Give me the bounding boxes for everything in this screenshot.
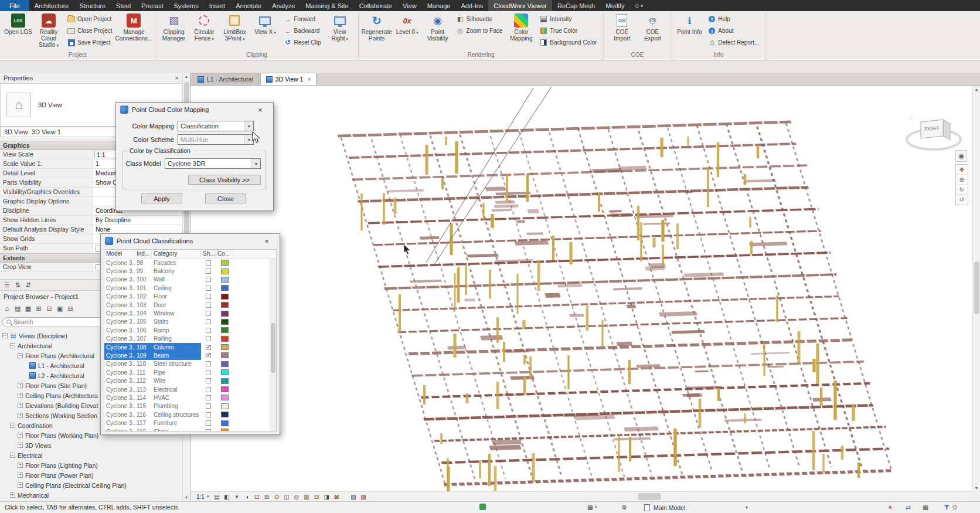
color-swatch[interactable]: [221, 311, 229, 317]
collapse-icon[interactable]: [2, 333, 8, 338]
color-swatch[interactable]: [221, 420, 229, 426]
color-swatch[interactable]: [221, 395, 229, 400]
show-checkbox[interactable]: [206, 277, 211, 282]
menu-tab-steel[interactable]: Steel: [111, 0, 136, 11]
close-dialog-icon[interactable]: ×: [258, 235, 275, 247]
classification-row[interactable]: Cyclone 3...106Ramp: [104, 326, 276, 334]
show-checkbox[interactable]: [206, 294, 211, 299]
analytical-model-icon[interactable]: ◨: [322, 492, 331, 501]
menu-tab-view[interactable]: View: [397, 0, 422, 11]
menu-tab-cloudworx-viewer[interactable]: CloudWorx Viewer: [488, 0, 552, 11]
about-button[interactable]: About: [706, 25, 761, 36]
dialog-title-bar[interactable]: Point Cloud Color Mapping ×: [116, 103, 273, 117]
color-mapping-select[interactable]: Classification▼: [178, 121, 254, 131]
classification-row[interactable]: Cyclone 3...105Stairs: [104, 318, 276, 326]
expand-icon[interactable]: [18, 443, 23, 448]
detail-level-icon[interactable]: ▤: [212, 492, 221, 501]
show-crop-region-icon[interactable]: ⊞: [262, 492, 271, 501]
orbit-icon[interactable]: ↻: [956, 185, 968, 195]
show-checkbox[interactable]: [206, 345, 211, 350]
list-view-icon[interactable]: ☰: [2, 280, 12, 290]
view-cube[interactable]: RIGHT ⌂: [904, 114, 963, 159]
constraints-icon[interactable]: ⊠: [332, 492, 341, 501]
true-color-button[interactable]: True Color: [537, 25, 599, 36]
tree-item-ceiling-plans-electrical[interactable]: Ceiling Plans (Electrical Ceiling Plan): [0, 480, 182, 490]
worksharing-display-icon[interactable]: ▥: [302, 492, 311, 501]
menu-tab-systems[interactable]: Systems: [168, 0, 203, 11]
ribbon-options-icon[interactable]: ⊙ ▾: [630, 0, 648, 11]
column-header-color[interactable]: Co...: [216, 250, 233, 258]
color-swatch[interactable]: [221, 378, 229, 384]
rewind-icon[interactable]: ↺: [956, 195, 968, 205]
points-toggle-icon[interactable]: ▨: [359, 492, 368, 501]
show-checkbox[interactable]: [206, 403, 211, 409]
menu-tab-recap-mesh[interactable]: ReCap Mesh: [552, 0, 600, 11]
selection-filter-icon[interactable]: :0: [944, 504, 957, 511]
classification-row[interactable]: Cyclone 3...115Plumbing: [104, 402, 276, 410]
expand-icon[interactable]: [10, 492, 15, 498]
menu-tab-structure[interactable]: Structure: [74, 0, 111, 11]
menu-tab-architecture[interactable]: Architecture: [29, 0, 74, 11]
tab-3d-view-1[interactable]: 3D View 1×: [260, 73, 317, 85]
color-mapping-button[interactable]: Color Mapping: [506, 12, 536, 51]
home-icon[interactable]: ⌂: [2, 304, 12, 313]
scroll-up-icon[interactable]: ▲: [973, 86, 980, 93]
save-project-button[interactable]: Save Project: [65, 37, 114, 48]
show-checkbox[interactable]: [206, 328, 211, 333]
tree-item-floor-plans-lighting[interactable]: Floor Plans (Lighting Plan): [0, 460, 182, 470]
scrollbar-thumb[interactable]: [974, 261, 979, 314]
menu-tab-massing-site[interactable]: Massing & Site: [300, 0, 353, 11]
classification-row[interactable]: Cyclone 3...116Ceiling structures: [104, 410, 276, 419]
coe-import-button[interactable]: COE Import: [607, 12, 637, 51]
coe-export-button[interactable]: COE Export: [637, 12, 668, 51]
color-swatch[interactable]: [221, 369, 229, 375]
regenerate-points-button[interactable]: Regenerate Points: [362, 12, 392, 51]
collapse-icon[interactable]: [10, 453, 15, 458]
classification-row[interactable]: Cyclone 3...107Railing: [104, 335, 276, 343]
expand-icon[interactable]: [18, 393, 23, 398]
color-swatch[interactable]: [221, 336, 229, 342]
menu-tab-annotate[interactable]: Annotate: [230, 0, 267, 11]
classification-row[interactable]: Cyclone 3...100Wall: [104, 276, 276, 284]
classification-row[interactable]: Cyclone 3...103Door: [104, 301, 276, 309]
color-swatch[interactable]: [221, 319, 229, 325]
show-checkbox[interactable]: [206, 412, 211, 417]
show-checkbox[interactable]: [206, 361, 211, 366]
close-properties-icon[interactable]: ×: [175, 74, 179, 81]
limitbox-3point-button[interactable]: LimitBox 3Point▾: [219, 12, 250, 51]
expand-icon[interactable]: [18, 473, 23, 478]
color-swatch[interactable]: [221, 277, 229, 283]
show-checkbox[interactable]: [206, 387, 211, 392]
classification-row[interactable]: Cyclone 3...112Wire: [104, 376, 276, 385]
forward-button[interactable]: Forward: [281, 13, 323, 25]
show-checkbox[interactable]: [206, 319, 211, 324]
scroll-down-icon[interactable]: ▼: [973, 484, 980, 491]
3d-viewport[interactable]: RIGHT ⌂ ◉ ✥ ⊕ ↻ ↺: [190, 86, 972, 491]
close-dialog-icon[interactable]: ×: [251, 104, 269, 115]
color-swatch[interactable]: [221, 294, 229, 300]
color-swatch[interactable]: [221, 412, 229, 417]
table-scrollbar[interactable]: [270, 259, 276, 431]
collapse-icon[interactable]: [18, 353, 23, 358]
close-tab-icon[interactable]: ×: [307, 76, 311, 83]
column-header-model[interactable]: Model: [104, 250, 135, 258]
point-visibility-button[interactable]: Point Visibility: [423, 12, 453, 51]
expand-icon[interactable]: [18, 383, 23, 388]
menu-tab-addins[interactable]: Add-Ins: [455, 0, 488, 11]
temporary-view-properties-icon[interactable]: ⊟: [312, 492, 321, 501]
show-checkbox[interactable]: [206, 269, 211, 274]
classification-row-selected[interactable]: Cyclone 3...108Column: [104, 343, 276, 351]
color-swatch[interactable]: [221, 386, 229, 392]
level-0-button[interactable]: Level 0▾: [392, 12, 423, 51]
classification-row[interactable]: Cyclone 3...98Facades: [104, 259, 276, 267]
reality-cloud-studio-button[interactable]: Reality Cloud Studio▾: [33, 12, 64, 51]
collapse-icon[interactable]: [10, 343, 15, 348]
color-scheme-select[interactable]: Multi-Hue▼: [178, 134, 254, 145]
scroll-down-icon[interactable]: ▼: [183, 494, 190, 501]
isolate-points-icon[interactable]: ▧: [349, 492, 358, 501]
classification-row[interactable]: Cyclone 3...118Chair: [104, 427, 276, 432]
color-swatch[interactable]: [221, 302, 229, 308]
clipping-manager-button[interactable]: Clipping Manager: [158, 12, 189, 51]
menu-tab-analyze[interactable]: Analyze: [267, 0, 300, 11]
zoom-icon[interactable]: ⊕: [956, 175, 968, 185]
